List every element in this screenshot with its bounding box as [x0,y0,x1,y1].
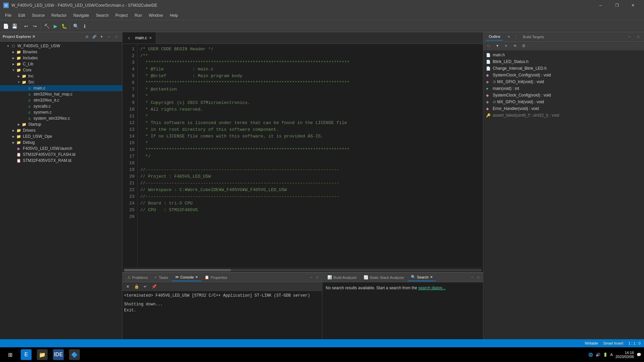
restore-button[interactable]: ❐ [609,0,625,11]
outline-item-main-h[interactable]: 📄 main.h [485,52,643,58]
tree-label-src: Src [28,80,34,84]
taskbar-explorer-app[interactable]: 📁 [35,347,50,362]
notification-icon[interactable]: 💬 [637,353,641,357]
outline-expand-button[interactable]: ▼ [493,42,501,50]
tree-item-hal-msp[interactable]: c stm32f4xx_hal_msp.c [0,91,122,97]
tab-static-stack[interactable]: 📈 Static Stack Analyzer [360,274,408,281]
tree-item-inc[interactable]: ▶ 📁 Inc [0,73,122,79]
taskbar-extra-app[interactable]: 🔷 [67,347,82,362]
debug-button[interactable]: 🐛 [60,22,68,30]
maximize-outline-button[interactable]: □ [635,34,641,40]
tree-item-root[interactable]: ▼ ⬡ W_F405VG_LED_USW [0,43,122,49]
tree-item-ram-ld[interactable]: 📋 STM32F405VGTX_RAM.ld [0,158,122,164]
outline-item-change-interval[interactable]: 📄 Change_Interval_Blink_LED.h [485,65,643,72]
menu-help[interactable]: Help [166,12,181,19]
code-text[interactable]: /* USER CODE BEGIN Header */ /** *******… [138,44,483,267]
outline-item-assert-failed[interactable]: 🔑 assert_failed(uint8_t*, uint32_t) : vo… [485,112,643,119]
build-button[interactable]: 🔨 [43,22,51,30]
console-word-wrap-button[interactable]: ↵ [141,283,149,291]
outline-sync-button[interactable]: ⟲ [511,42,519,50]
maximize-right-bottom-button[interactable]: □ [475,275,481,281]
maximize-panel-button[interactable]: □ [113,34,119,40]
outline-filter-button[interactable]: ☰ [520,42,528,50]
menu-navigate[interactable]: Navigate [70,12,92,19]
outline-close-button[interactable]: ✕ [506,34,512,40]
tree-item-main-c[interactable]: c main.c [0,85,122,91]
console-scroll-lock-button[interactable]: 🔒 [132,283,141,291]
tree-item-includes[interactable]: ▶ 📁 Includes [0,55,122,61]
tree-item-binaries[interactable]: ▶ 📁 Binaries [0,49,122,55]
console-close-button[interactable]: ✕ [195,275,198,279]
code-editor[interactable]: 1 2 3 4 5 6 7 8 9 10 11 12 13 14 15 16 1 [122,44,483,272]
run-button[interactable]: ▶ [51,22,59,30]
menu-project[interactable]: Project [112,12,131,19]
save-button[interactable]: 💾 [10,22,18,30]
tab-console[interactable]: ≫ Console ✕ [172,274,201,281]
tab-properties[interactable]: 📋 Properties [201,274,231,281]
console-pin-button[interactable]: 📌 [150,283,158,291]
console-toolbar: ✕ 🔒 ↵ 📌 [122,282,322,291]
tree-item-drivers[interactable]: ▶ 📁 Drivers [0,127,122,133]
tree-item-src[interactable]: ▼ 📁 Src [0,79,122,85]
info-button[interactable]: ℹ [80,22,89,30]
minimize-bottom-button[interactable]: ─ [308,275,314,281]
close-button[interactable]: ✕ [625,0,641,11]
tree-item-startup[interactable]: ▶ 📁 Startup [0,121,122,127]
tree-item-system-stm32[interactable]: c system_stm32f4xx.c [0,115,122,121]
tree-item-sysmem[interactable]: c sysmem.c [0,109,122,115]
horizontal-scrollbar[interactable] [122,267,483,272]
tree-item-c-lib[interactable]: ▶ 📁 C_Lib [0,61,122,67]
taskbar-ide-app[interactable]: IDE [51,347,66,362]
outline-item-sysclock-config[interactable]: ◆ SystemClock_Config(void) : void [485,72,643,78]
menu-search[interactable]: Search [93,12,112,19]
tree-label-binaries: Binaries [23,50,37,54]
tree-item-launch[interactable]: ▶ F405VG_LED_USW.launch [0,145,122,152]
console-clear-button[interactable]: ✕ [124,283,132,291]
tree-item-core[interactable]: ▼ 📁 Core [0,67,122,73]
menu-source[interactable]: Source [29,12,48,19]
tab-main-c[interactable]: c main.c ✕ [122,32,156,44]
maximize-bottom-button[interactable]: □ [314,275,320,281]
outline-item-main-void[interactable]: ● main(void) : int [485,85,643,92]
tab-build-analyzer[interactable]: 📊 Build Analyzer [324,274,360,281]
minimize-panel-button[interactable]: ─ [106,34,112,40]
outline-sort-button[interactable]: ↑↓ [485,42,493,50]
search-close-button[interactable]: ✕ [430,275,433,279]
taskbar-browser-app[interactable]: E [19,347,34,362]
outline-item-sysclock-config-2[interactable]: ◆ SystemClock_Config(void) : void [485,92,643,99]
tab-outline[interactable]: Outline [486,33,503,41]
collapse-all-button[interactable]: ⊟ [84,34,90,40]
menu-run[interactable]: Run [131,12,145,19]
minimize-right-bottom-button[interactable]: ─ [469,275,475,281]
tab-close-button[interactable]: ✕ [149,36,152,40]
outline-collapse-button[interactable]: ≡ [502,42,510,50]
tree-item-led-usw-ope[interactable]: ▶ 📁 LED_USW_Ope [0,133,122,139]
minimize-button[interactable]: ─ [593,0,608,11]
minimize-outline-button[interactable]: ─ [627,34,633,40]
tab-build-targets[interactable]: Build Targets [520,34,547,40]
redo-button[interactable]: ↪ [31,22,39,30]
outline-item-mx-gpio-init-1[interactable]: ◆ ⊘ MX_GPIO_Init(void) : void [485,78,643,85]
link-with-editor-button[interactable]: 🔗 [91,34,97,40]
tab-tasks[interactable]: ✓ Tasks [151,274,171,281]
tree-item-syscalls[interactable]: c syscalls.c [0,103,122,109]
search-toolbar-button[interactable]: 🔍 [72,22,80,30]
menu-edit[interactable]: Edit [15,12,29,19]
outline-item-mx-gpio-init-2[interactable]: ◆ ⊘ MX_GPIO_Init(void) : void [485,99,643,105]
new-file-button[interactable]: 📄 [2,22,10,30]
outline-item-blink-led[interactable]: 📄 Blink_LED_Status.h [485,58,643,65]
view-menu-button[interactable]: ▼ [99,34,105,40]
tree-item-flash-ld[interactable]: 📋 STM32F405VGTX_FLASH.ld [0,152,122,158]
code-content[interactable]: 1 2 3 4 5 6 7 8 9 10 11 12 13 14 15 16 1 [122,44,483,267]
menu-file[interactable]: File [2,12,15,19]
tree-item-debug[interactable]: ▶ 📁 Debug [0,139,122,145]
outline-item-error-handler[interactable]: ◆ Error_Handler(void) : void [485,105,643,112]
menu-window[interactable]: Window [145,12,166,19]
tab-problems[interactable]: ⚠ Problems [124,274,151,281]
menu-refactor[interactable]: Refactor [48,12,70,19]
undo-button[interactable]: ↩ [22,22,30,30]
search-dialog-link[interactable]: search dialog... [418,286,445,290]
tree-item-it-c[interactable]: c stm32f4xx_it.c [0,97,122,103]
tab-search-results[interactable]: 🔍 Search ✕ [408,274,436,281]
start-button[interactable]: ⊞ [3,347,17,362]
